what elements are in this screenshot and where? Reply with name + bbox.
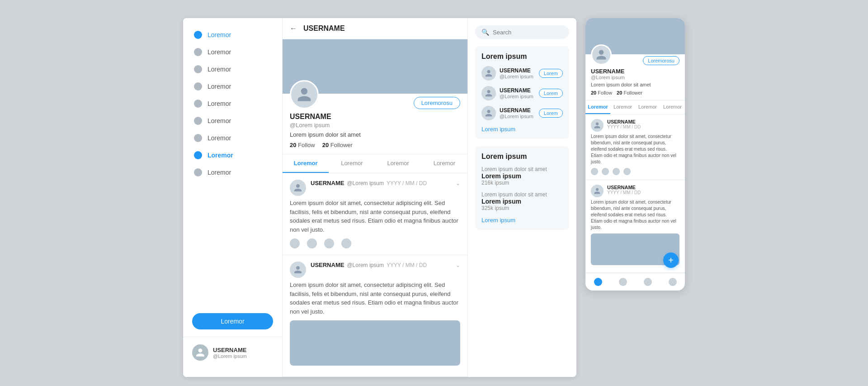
post-avatar-0 [290, 180, 306, 196]
feed-tab-3[interactable]: Loremor [421, 154, 467, 173]
mobile-fab-button[interactable]: + [663, 253, 679, 268]
follow-button[interactable]: Loremorosu [414, 97, 460, 109]
mobile-action-icon-1[interactable] [602, 168, 609, 175]
mobile-post-avatar-1 [591, 185, 604, 197]
suggest-handle-0: @Lorem ipsum [500, 74, 535, 79]
post-item-1: USERNAME @Lorem ipsum YYYY / MM / DD ⌄ L… [283, 255, 467, 377]
sidebar-item-5[interactable]: Loremor [189, 113, 277, 129]
feed-header-title: USERNAME [303, 24, 345, 33]
sidebar-item-7[interactable]: Loremor [189, 148, 277, 163]
mobile-post-meta-0: USERNAME YYYY / MM / DD [607, 119, 641, 132]
desktop-card: Loremor Loremor Loremor Loremor Loremor [183, 18, 576, 377]
action-icon-2[interactable] [324, 238, 334, 248]
feed-header: ← USERNAME [283, 18, 467, 39]
sidebar-label-5: Loremor [208, 117, 231, 124]
mobile-nav-home[interactable] [594, 278, 602, 286]
mobile-tab-2[interactable]: Loremor [635, 100, 660, 114]
mobile-profile-bio: Lorem ipsum dolor sit amet [591, 82, 679, 87]
post-item-0: USERNAME @Lorem ipsum YYYY / MM / DD ⌄ L… [283, 173, 467, 255]
trends-more-link[interactable]: Lorem ipsum [481, 217, 563, 224]
suggest-info-0: USERNAME @Lorem ipsum [500, 67, 535, 79]
mobile-post-header-0: USERNAME YYYY / MM / DD [591, 119, 679, 132]
post-text-0: Lorem ipsum dolor sit amet, consectetur … [290, 199, 460, 234]
profile-stats: 20 Follow 20 Follower [290, 142, 460, 148]
sidebar-label-1: Loremor [208, 48, 231, 56]
mobile-avatar-row: Loremorosu [591, 44, 679, 65]
mobile-post-header-1: USERNAME YYYY / MM / DD [591, 185, 679, 197]
mobile-profile-stats: 20 Follow 20 Follower [591, 90, 679, 95]
sidebar-item-1[interactable]: Loremor [189, 44, 277, 60]
mobile-post-avatar-0 [591, 119, 604, 132]
mobile-post-0: USERNAME YYYY / MM / DD Lorem ipsum dolo… [585, 114, 685, 180]
action-icon-1[interactable] [307, 238, 317, 248]
chevron-down-icon-0: ⌄ [456, 180, 460, 186]
sidebar-item-8[interactable]: Loremor [189, 165, 277, 180]
action-icon-0[interactable] [290, 238, 300, 248]
mobile-post-text-1: Lorem ipsum dolor sit amet, consectetur … [591, 199, 679, 231]
mobile-nav-notifications[interactable] [644, 278, 652, 286]
feed-tab-2[interactable]: Loremor [375, 154, 421, 173]
search-bar[interactable]: 🔍 [475, 25, 569, 39]
sidebar-footer: USERNAME @Lorem ipsum [183, 337, 282, 368]
suggest-button-2[interactable]: Lorem [539, 109, 563, 118]
follower-count: 20 Follower [322, 142, 353, 148]
profile-bio: Lorem ipsum dolor sit amet [290, 131, 460, 138]
post-user-line-1: USERNAME @Lorem ipsum YYYY / MM / DD ⌄ [311, 262, 460, 268]
sidebar-dot-3 [194, 82, 202, 91]
sidebar-item-3[interactable]: Loremor [189, 79, 277, 94]
search-input[interactable] [493, 29, 569, 36]
sidebar-dot-2 [194, 65, 202, 73]
sidebar-label-8: Loremor [208, 169, 231, 176]
sidebar-dot-6 [194, 134, 202, 142]
mobile-nav-profile[interactable] [669, 278, 677, 286]
mobile-action-icon-3[interactable] [623, 168, 631, 175]
post-user-line-0: USERNAME @Lorem ipsum YYYY / MM / DD ⌄ [311, 180, 460, 186]
mobile-follow-button[interactable]: Loremorosu [643, 56, 679, 65]
trend-label-0: Lorem ipsum dolor sit amet [481, 166, 563, 172]
suggest-avatar-1 [481, 86, 496, 100]
suggest-name-1: USERNAME [500, 87, 535, 94]
feed-tab-0[interactable]: Loremor [283, 154, 329, 173]
sidebar-item-4[interactable]: Loremor [189, 96, 277, 111]
sidebar-item-2[interactable]: Loremor [189, 62, 277, 77]
suggest-button-1[interactable]: Lorem [539, 89, 563, 98]
mobile-post-meta-1: USERNAME YYYY / MM / DD [607, 185, 641, 197]
sidebar-nav: Loremor Loremor Loremor Loremor Loremor [183, 27, 282, 306]
sidebar-username: USERNAME [213, 347, 247, 353]
suggestions-widget: Lorem ipsum USERNAME @Lorem ipsum Lorem [475, 46, 569, 139]
action-icon-3[interactable] [341, 238, 351, 248]
profile-handle: @Lorem ipsum [290, 122, 460, 129]
mobile-tabs: Loremor Loremor Loremor Loremor [585, 100, 685, 114]
sidebar-item-6[interactable]: Loremor [189, 130, 277, 146]
feed-tabs: Loremor Loremor Loremor Loremor [283, 154, 467, 173]
post-avatar-1 [290, 262, 306, 278]
outer-wrapper: Loremor Loremor Loremor Loremor Loremor [174, 0, 694, 386]
mobile-nav-search[interactable] [619, 278, 627, 286]
trends-title: Lorem ipsum [481, 152, 563, 161]
suggestions-more-link[interactable]: Lorem ipsum [481, 126, 563, 133]
sidebar-dot-4 [194, 100, 202, 108]
posts-area: USERNAME @Lorem ipsum YYYY / MM / DD ⌄ L… [283, 173, 467, 377]
suggest-button-0[interactable]: Lorem [539, 69, 563, 78]
mobile-tab-0[interactable]: Loremor [585, 100, 610, 114]
sidebar-main-button[interactable]: Loremor [192, 313, 273, 329]
feed-tab-1[interactable]: Loremor [329, 154, 375, 173]
sidebar-dot-8 [194, 168, 202, 176]
mobile-post-username-1: USERNAME [607, 185, 641, 190]
suggest-item-1: USERNAME @Lorem ipsum Lorem [481, 86, 563, 100]
user-icon [192, 344, 208, 361]
mobile-action-icon-0[interactable] [591, 168, 598, 175]
mobile-follow-count: 20 Follow [591, 90, 612, 95]
mobile-tab-3[interactable]: Loremor [660, 100, 685, 114]
mobile-post-date-0: YYYY / MM / DD [607, 124, 641, 129]
suggestions-title: Lorem ipsum [481, 52, 563, 61]
sidebar-item-0[interactable]: Loremor [189, 27, 277, 43]
back-arrow-icon[interactable]: ← [290, 24, 297, 33]
sidebar-label-3: Loremor [208, 83, 231, 90]
mobile-follower-count: 20 Follower [617, 90, 642, 95]
sidebar-user-info: USERNAME @Lorem ipsum [213, 347, 247, 359]
mobile-action-icon-2[interactable] [613, 168, 620, 175]
suggest-avatar-2 [481, 106, 496, 120]
sidebar-handle: @Lorem ipsum [213, 353, 247, 359]
mobile-tab-1[interactable]: Loremor [610, 100, 635, 114]
